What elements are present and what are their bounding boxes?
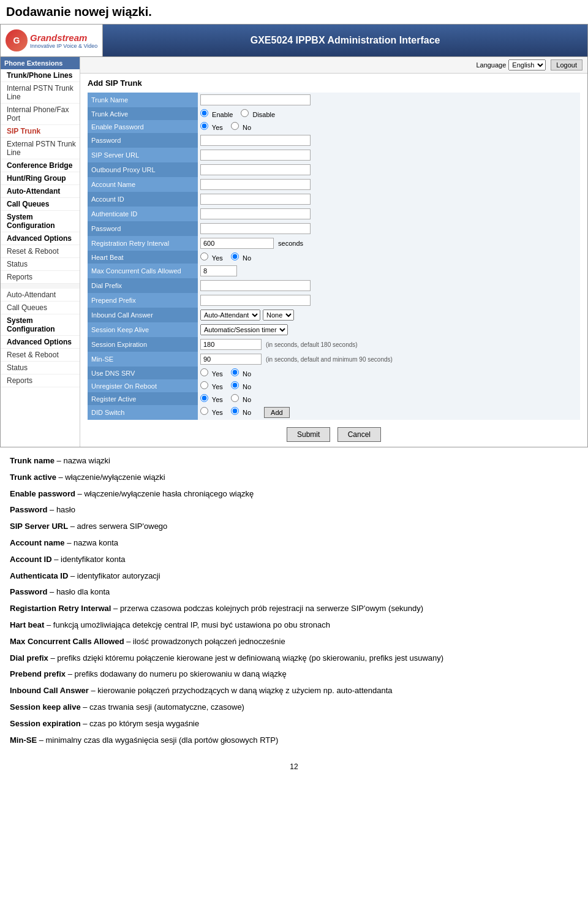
use-dns-srv-no-radio[interactable] <box>231 368 239 376</box>
table-row: Min-SE (in seconds, default and minimum … <box>88 352 580 367</box>
sidebar-item-reports2[interactable]: Reports <box>1 374 80 387</box>
field-value-outbound-proxy <box>198 162 580 177</box>
sidebar-item-auto-attendant[interactable]: Auto-Attendant <box>1 185 80 198</box>
field-label-sip-server-url: SIP Server URL <box>88 148 198 162</box>
unregister-yes-radio[interactable] <box>200 381 208 389</box>
field-label-max-calls: Max Concurrent Calls Allowed <box>88 264 198 278</box>
field-value-heart-beat: Yes No <box>198 251 580 264</box>
sidebar-item-conference-bridge[interactable]: Conference Bridge <box>1 159 80 172</box>
field-label-prepend-prefix: Prepend Prefix <box>88 293 198 308</box>
sidebar-item-system-config2[interactable]: System Configuration <box>1 314 80 336</box>
password-input[interactable] <box>200 135 311 146</box>
register-active-no-radio[interactable] <box>231 394 239 402</box>
field-label-trunk-active: Trunk Active <box>88 107 198 120</box>
form-container: Add SIP Trunk Trunk Name Trunk Active <box>80 74 587 447</box>
account-name-input[interactable] <box>200 179 311 190</box>
sidebar-item-internal-phone-fax[interactable]: Internal Phone/Fax Port <box>1 104 80 125</box>
field-value-sip-server-url <box>198 148 580 162</box>
table-row: Account Name <box>88 177 580 192</box>
table-row: Session Keep Alive Automatic/Session tim… <box>88 322 580 337</box>
table-row: Session Expiration (in seconds, default … <box>88 337 580 352</box>
table-row: Prepend Prefix <box>88 293 580 308</box>
desc-session-expiration: Session expiration – czas po którym sesj… <box>10 718 578 731</box>
field-value-reg-retry: seconds <box>198 236 580 251</box>
password2-input[interactable] <box>200 223 311 234</box>
sidebar-item-reports[interactable]: Reports <box>1 271 80 284</box>
desc-password-konta: Password – hasło dla konta <box>10 586 578 599</box>
sidebar-item-call-queues[interactable]: Call Queues <box>1 198 80 211</box>
table-row: Max Concurrent Calls Allowed <box>88 264 580 278</box>
field-value-prepend-prefix <box>198 293 580 308</box>
did-switch-add-button[interactable]: Add <box>264 407 290 418</box>
sidebar-item-advanced-options2[interactable]: Advanced Options <box>1 336 80 349</box>
sidebar-item-status[interactable]: Status <box>1 258 80 271</box>
desc-trunk-active: Trunk active – włączenie/wyłączenie wiąz… <box>10 471 578 484</box>
did-switch-yes-radio[interactable] <box>200 407 208 415</box>
desc-password: Password – hasło <box>10 504 578 517</box>
sidebar-item-call-queues2[interactable]: Call Queues <box>1 302 80 314</box>
enable-password-yes-radio[interactable] <box>200 122 208 130</box>
sidebar-item-reset-reboot[interactable]: Reset & Reboot <box>1 245 80 258</box>
sidebar-item-reset-reboot2[interactable]: Reset & Reboot <box>1 349 80 362</box>
table-row: Unregister On Reboot Yes No <box>88 379 580 392</box>
table-row: Use DNS SRV Yes No <box>88 367 580 379</box>
sidebar-item-external-pstn[interactable]: External PSTN Trunk Line <box>1 138 80 159</box>
field-value-account-name <box>198 177 580 192</box>
field-value-use-dns-srv: Yes No <box>198 367 580 379</box>
sidebar-item-sip-trunk[interactable]: SIP Trunk <box>1 125 80 138</box>
heart-beat-yes-radio[interactable] <box>200 253 208 260</box>
field-label-dial-prefix: Dial Prefix <box>88 278 198 293</box>
table-row: Authenticate ID <box>88 207 580 221</box>
field-label-account-name: Account Name <box>88 177 198 192</box>
submit-area: Submit Cancel <box>88 427 580 442</box>
field-label-password2: Password <box>88 221 198 236</box>
trunk-active-enable-radio[interactable] <box>200 109 208 117</box>
session-keep-alive-select[interactable]: Automatic/Session timer <box>200 324 288 335</box>
table-row: Enable Password Yes No <box>88 120 580 133</box>
authenticate-id-input[interactable] <box>200 208 311 219</box>
field-label-use-dns-srv: Use DNS SRV <box>88 367 198 379</box>
sidebar-item-internal-pstn[interactable]: Internal PSTN Trunk Line <box>1 82 80 104</box>
sidebar-item-auto-attendant2[interactable]: Auto-Attendant <box>1 289 80 302</box>
field-value-authenticate-id <box>198 207 580 221</box>
language-select[interactable]: English <box>508 59 546 70</box>
desc-min-se: Min-SE – minimalny czas dla wygaśnięcia … <box>10 734 578 747</box>
did-switch-no-radio[interactable] <box>231 407 239 415</box>
desc-account-id: Account ID – identyfikator konta <box>10 553 578 566</box>
unregister-no-radio[interactable] <box>231 381 239 389</box>
trunk-active-disable-radio[interactable] <box>241 109 249 117</box>
inbound-answer-select2[interactable]: None <box>263 310 294 321</box>
use-dns-srv-yes-radio[interactable] <box>200 368 208 376</box>
field-value-account-id <box>198 192 580 207</box>
min-se-input[interactable] <box>200 354 262 365</box>
trunk-name-input[interactable] <box>200 94 311 105</box>
sidebar-item-hunt-ring-group[interactable]: Hunt/Ring Group <box>1 172 80 185</box>
heart-beat-no-radio[interactable] <box>231 253 239 260</box>
account-id-input[interactable] <box>200 194 311 205</box>
prepend-prefix-input[interactable] <box>200 295 311 306</box>
sidebar-item-trunk-phone-lines[interactable]: Trunk/Phone Lines <box>1 69 80 82</box>
sidebar: Phone Extensions Trunk/Phone Lines Inter… <box>1 57 80 447</box>
field-label-enable-password: Enable Password <box>88 120 198 133</box>
session-expiration-input[interactable] <box>200 339 262 350</box>
field-label-account-id: Account ID <box>88 192 198 207</box>
register-active-yes-radio[interactable] <box>200 394 208 402</box>
sidebar-item-status2[interactable]: Status <box>1 362 80 374</box>
dial-prefix-input[interactable] <box>200 280 311 291</box>
field-value-register-active: Yes No <box>198 392 580 405</box>
sip-server-url-input[interactable] <box>200 150 311 161</box>
sidebar-item-system-config[interactable]: System Configuration <box>1 211 80 232</box>
submit-button[interactable]: Submit <box>287 427 330 442</box>
min-se-note: (in seconds, default and minimum 90 seco… <box>266 356 393 363</box>
desc-max-calls: Max Concurrent Calls Allowed – ilość pro… <box>10 636 578 648</box>
sidebar-item-advanced-options[interactable]: Advanced Options <box>1 232 80 245</box>
max-calls-input[interactable] <box>200 265 237 276</box>
field-value-unregister-reboot: Yes No <box>198 379 580 392</box>
inbound-answer-select1[interactable]: Auto-Attendant <box>200 310 260 321</box>
enable-password-no-radio[interactable] <box>231 122 239 130</box>
reg-retry-input[interactable] <box>200 238 274 249</box>
field-value-password <box>198 133 580 148</box>
outbound-proxy-input[interactable] <box>200 164 311 175</box>
cancel-button[interactable]: Cancel <box>337 427 381 442</box>
logout-button[interactable]: Logout <box>551 59 582 70</box>
